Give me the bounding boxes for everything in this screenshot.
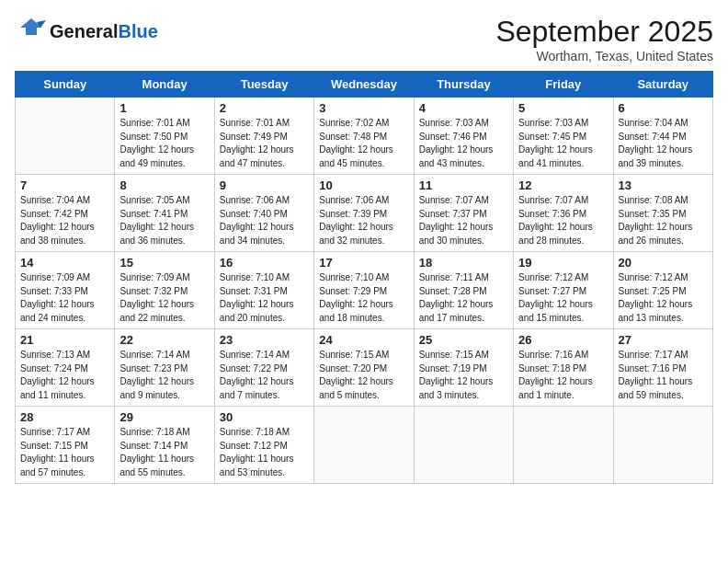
logo: GeneralBlue [15,15,158,48]
day-info: Sunrise: 7:08 AM Sunset: 7:35 PM Dayligh… [619,194,708,247]
day-number: 13 [619,178,708,192]
day-number: 3 [319,101,408,115]
day-number: 22 [119,333,209,347]
day-info: Sunrise: 7:18 AM Sunset: 7:12 PM Dayligh… [220,426,309,479]
calendar-cell: 18Sunrise: 7:11 AM Sunset: 7:28 PM Dayli… [414,252,513,329]
calendar-cell: 13Sunrise: 7:08 AM Sunset: 7:35 PM Dayli… [613,175,712,252]
calendar-cell: 2Sunrise: 7:01 AM Sunset: 7:49 PM Daylig… [214,98,313,175]
day-number: 8 [119,178,209,192]
day-number: 12 [518,178,608,192]
day-info: Sunrise: 7:16 AM Sunset: 7:18 PM Dayligh… [518,349,608,402]
day-number: 27 [619,333,708,347]
day-info: Sunrise: 7:18 AM Sunset: 7:14 PM Dayligh… [119,426,209,479]
calendar-week-3: 14Sunrise: 7:09 AM Sunset: 7:33 PM Dayli… [16,252,713,329]
day-info: Sunrise: 7:04 AM Sunset: 7:42 PM Dayligh… [20,194,109,247]
day-number: 23 [220,333,309,347]
day-number: 21 [20,333,109,347]
month-title: September 2025 [495,15,713,49]
day-number: 14 [20,256,109,270]
calendar-cell: 7Sunrise: 7:04 AM Sunset: 7:42 PM Daylig… [16,175,115,252]
day-number: 5 [518,101,608,115]
calendar-table: SundayMondayTuesdayWednesdayThursdayFrid… [15,71,713,484]
calendar-cell: 17Sunrise: 7:10 AM Sunset: 7:29 PM Dayli… [314,252,414,329]
calendar-cell: 12Sunrise: 7:07 AM Sunset: 7:36 PM Dayli… [514,175,613,252]
calendar-cell: 14Sunrise: 7:09 AM Sunset: 7:33 PM Dayli… [16,252,115,329]
day-info: Sunrise: 7:12 AM Sunset: 7:25 PM Dayligh… [619,271,708,325]
calendar-cell: 10Sunrise: 7:06 AM Sunset: 7:39 PM Dayli… [314,175,414,252]
day-number: 19 [518,256,608,270]
logo-text-block: GeneralBlue [50,21,158,41]
day-number: 10 [319,178,408,192]
day-info: Sunrise: 7:14 AM Sunset: 7:23 PM Dayligh… [119,349,209,402]
day-info: Sunrise: 7:07 AM Sunset: 7:37 PM Dayligh… [419,194,508,247]
day-number: 9 [220,178,309,192]
day-info: Sunrise: 7:06 AM Sunset: 7:40 PM Dayligh… [220,194,309,247]
calendar-cell: 22Sunrise: 7:14 AM Sunset: 7:23 PM Dayli… [115,329,214,407]
calendar-cell: 11Sunrise: 7:07 AM Sunset: 7:37 PM Dayli… [414,175,513,252]
day-number: 2 [220,101,309,115]
day-info: Sunrise: 7:06 AM Sunset: 7:39 PM Dayligh… [319,194,408,247]
day-number: 18 [419,256,508,270]
day-info: Sunrise: 7:09 AM Sunset: 7:32 PM Dayligh… [119,271,209,325]
calendar-cell: 24Sunrise: 7:15 AM Sunset: 7:20 PM Dayli… [314,329,414,407]
calendar-cell: 3Sunrise: 7:02 AM Sunset: 7:48 PM Daylig… [314,98,414,175]
day-number: 25 [419,333,508,347]
location: Wortham, Texas, United States [495,49,713,63]
day-info: Sunrise: 7:13 AM Sunset: 7:24 PM Dayligh… [20,349,109,402]
calendar-cell: 19Sunrise: 7:12 AM Sunset: 7:27 PM Dayli… [514,252,613,329]
day-number: 16 [220,256,309,270]
calendar-cell: 9Sunrise: 7:06 AM Sunset: 7:40 PM Daylig… [214,175,313,252]
col-header-sunday: Sunday [16,72,115,98]
calendar-cell: 25Sunrise: 7:15 AM Sunset: 7:19 PM Dayli… [414,329,513,407]
day-number: 20 [619,256,708,270]
calendar-cell: 15Sunrise: 7:09 AM Sunset: 7:32 PM Dayli… [115,252,214,329]
day-info: Sunrise: 7:07 AM Sunset: 7:36 PM Dayligh… [518,194,608,247]
day-info: Sunrise: 7:01 AM Sunset: 7:50 PM Dayligh… [119,117,209,170]
calendar-week-1: 1Sunrise: 7:01 AM Sunset: 7:50 PM Daylig… [16,98,713,175]
calendar-week-4: 21Sunrise: 7:13 AM Sunset: 7:24 PM Dayli… [16,329,713,407]
calendar-week-5: 28Sunrise: 7:17 AM Sunset: 7:15 PM Dayli… [16,407,713,484]
calendar-header-row: SundayMondayTuesdayWednesdayThursdayFrid… [16,72,713,98]
day-info: Sunrise: 7:15 AM Sunset: 7:20 PM Dayligh… [319,349,408,402]
day-info: Sunrise: 7:04 AM Sunset: 7:44 PM Dayligh… [619,117,708,170]
col-header-wednesday: Wednesday [314,72,414,98]
svg-marker-0 [20,18,42,35]
col-header-friday: Friday [514,72,613,98]
day-info: Sunrise: 7:17 AM Sunset: 7:16 PM Dayligh… [619,349,708,402]
day-number: 11 [419,178,508,192]
calendar-cell [613,407,712,484]
calendar-cell: 1Sunrise: 7:01 AM Sunset: 7:50 PM Daylig… [115,98,214,175]
calendar-cell: 8Sunrise: 7:05 AM Sunset: 7:41 PM Daylig… [115,175,214,252]
calendar-cell [414,407,513,484]
calendar-cell: 4Sunrise: 7:03 AM Sunset: 7:46 PM Daylig… [414,98,513,175]
day-info: Sunrise: 7:10 AM Sunset: 7:29 PM Dayligh… [319,271,408,325]
day-number: 4 [419,101,508,115]
col-header-monday: Monday [115,72,214,98]
day-info: Sunrise: 7:14 AM Sunset: 7:22 PM Dayligh… [220,349,309,402]
day-number: 30 [220,410,309,424]
calendar-cell: 5Sunrise: 7:03 AM Sunset: 7:45 PM Daylig… [514,98,613,175]
calendar-cell: 6Sunrise: 7:04 AM Sunset: 7:44 PM Daylig… [613,98,712,175]
calendar-cell: 20Sunrise: 7:12 AM Sunset: 7:25 PM Dayli… [613,252,712,329]
calendar-cell: 26Sunrise: 7:16 AM Sunset: 7:18 PM Dayli… [514,329,613,407]
logo-icon [15,15,48,48]
day-info: Sunrise: 7:02 AM Sunset: 7:48 PM Dayligh… [319,117,408,170]
calendar-cell: 21Sunrise: 7:13 AM Sunset: 7:24 PM Dayli… [16,329,115,407]
day-info: Sunrise: 7:12 AM Sunset: 7:27 PM Dayligh… [518,271,608,325]
calendar-cell [514,407,613,484]
day-number: 15 [119,256,209,270]
calendar-week-2: 7Sunrise: 7:04 AM Sunset: 7:42 PM Daylig… [16,175,713,252]
calendar-cell: 27Sunrise: 7:17 AM Sunset: 7:16 PM Dayli… [613,329,712,407]
day-info: Sunrise: 7:15 AM Sunset: 7:19 PM Dayligh… [419,349,508,402]
col-header-tuesday: Tuesday [214,72,313,98]
page-header: GeneralBlue September 2025 Wortham, Texa… [15,15,713,63]
calendar-cell [314,407,414,484]
calendar-cell [16,98,115,175]
col-header-saturday: Saturday [613,72,712,98]
day-info: Sunrise: 7:10 AM Sunset: 7:31 PM Dayligh… [220,271,309,325]
logo-general: General [50,21,118,41]
day-number: 28 [20,410,109,424]
day-number: 29 [119,410,209,424]
day-number: 24 [319,333,408,347]
day-number: 17 [319,256,408,270]
